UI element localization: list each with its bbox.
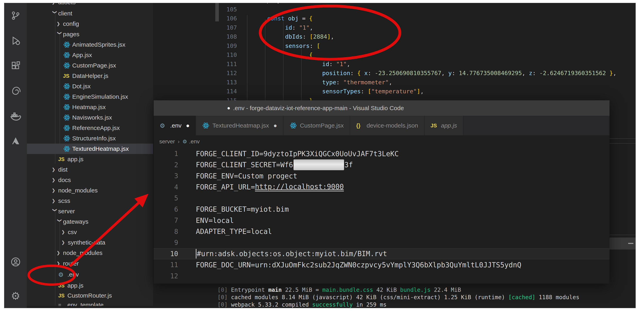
- unsaved-dot-icon: ●: [227, 105, 230, 111]
- line-number: 112: [221, 70, 237, 76]
- env-text: FORGE_DOC_URN=urn:dXJuOmFkc2sub2JqZWN0cz…: [196, 261, 522, 269]
- chevron-right-icon: ❯: [52, 188, 58, 193]
- sidebar-item-navisworks-jsx[interactable]: Navisworks.jsx: [27, 112, 153, 123]
- react-file-icon: [63, 41, 72, 48]
- breadcrumb-folder[interactable]: server: [159, 138, 175, 145]
- sidebar-item-datahelper-js[interactable]: JSDataHelper.js: [27, 71, 153, 81]
- run-debug-icon[interactable]: [4, 32, 27, 50]
- line-number: 6: [154, 205, 178, 213]
- docker-icon[interactable]: [4, 107, 27, 125]
- sidebar-item-structureinfo-jsx[interactable]: StructureInfo.jsx: [27, 133, 153, 144]
- popup-title-bar[interactable]: ● .env - forge-dataviz-iot-reference-app…: [154, 100, 610, 116]
- sidebar-item--env[interactable]: ⚙.env: [27, 269, 153, 280]
- tab-texturedheatmap-jsx[interactable]: TexturedHeatmap.jsx●: [196, 116, 284, 135]
- sidebar-item-customrouter-js[interactable]: JSCustomRouter.js: [27, 290, 153, 301]
- breadcrumb[interactable]: server › ⚙ .env: [154, 135, 610, 148]
- sidebar-item-referenceapp-jsx[interactable]: ReferenceApp.jsx: [27, 123, 153, 133]
- sidebar-item-app-js[interactable]: JSapp.js: [27, 154, 153, 164]
- gear-file-icon: ⚙: [58, 271, 68, 278]
- spiral-extension-icon[interactable]: [4, 82, 27, 100]
- item-label: StructureInfo.jsx: [72, 135, 116, 142]
- sidebar-item-synthetic-data[interactable]: ❯synthetic-data: [27, 237, 153, 248]
- sidebar-item-csv[interactable]: ❯csv: [27, 227, 153, 237]
- code-token: =: [298, 15, 309, 22]
- code-text: position: { x: -23.250690810355767, y: 1…: [322, 70, 616, 76]
- sidebar-item-node-modules[interactable]: ❯node_modules: [27, 248, 153, 258]
- localhost-link[interactable]: http://localhost:9000: [255, 183, 344, 191]
- code-token: timer: [322, 3, 340, 3]
- breadcrumb-file[interactable]: .env: [189, 138, 200, 145]
- line-number: 104: [221, 3, 237, 3]
- code-token: const: [267, 15, 284, 22]
- react-file-icon: [63, 114, 72, 121]
- env-line-3: 3FORGE_ENV=Custom progect: [154, 170, 610, 181]
- sidebar-item-gateways[interactable]: ❯gateways: [27, 216, 153, 227]
- sidebar-item-animatedsprites-jsx[interactable]: AnimatedSprites.jsx: [27, 39, 153, 50]
- code-token: #urn:adsk.objects:os.object:myiot.bim/BI…: [197, 250, 387, 258]
- code-token: {: [357, 70, 364, 76]
- item-label: router: [63, 260, 79, 267]
- panel-divider: [610, 235, 636, 235]
- sidebar-item-texturedheatmap-jsx[interactable]: TexturedHeatmap.jsx: [27, 144, 153, 154]
- item-label: CustomPage.jsx: [72, 62, 116, 69]
- env-line-9: 9: [154, 237, 610, 248]
- sidebar-item-enginesimulation-jsx[interactable]: EngineSimulation.jsx: [27, 92, 153, 102]
- sidebar-item-server[interactable]: ❯server: [27, 206, 153, 216]
- sidebar-item-app-js[interactable]: JSapp.js: [27, 280, 153, 291]
- line-number: 108: [221, 33, 237, 40]
- sidebar-item-heatmap-jsx[interactable]: Heatmap.jsx: [27, 102, 153, 112]
- code-token: x: [364, 70, 368, 76]
- code-token: FORGE_ENV=Custom progect: [196, 172, 297, 180]
- env-editor-popup-window: ● .env - forge-dataviz-iot-reference-app…: [154, 100, 610, 284]
- sidebar-item-env-template[interactable]: ≡env_template: [27, 300, 153, 306]
- env-text: FORGE_API_URL=http://localhost:9000: [196, 183, 344, 191]
- tab-label: .env: [170, 122, 182, 129]
- line-number: 2: [154, 161, 178, 169]
- extensions-icon[interactable]: [4, 57, 27, 75]
- chevron-right-icon: ❯: [56, 250, 63, 255]
- sidebar-item-docs[interactable]: ❯docs: [27, 175, 153, 185]
- sidebar-item-config[interactable]: ❯config: [27, 19, 153, 29]
- sidebar-item-router[interactable]: ❯router: [27, 258, 153, 269]
- sidebar-item-dot-jsx[interactable]: Dot.jsx: [27, 81, 153, 92]
- panel-divider: [610, 138, 636, 139]
- popup-title-text: .env - forge-dataviz-iot-reference-app-m…: [233, 105, 404, 112]
- env-text: ADAPTER_TYPE=local: [196, 227, 272, 236]
- code-token: id: [285, 24, 292, 31]
- sidebar-item-assets[interactable]: ❯assets: [27, 3, 153, 7]
- line-number: 1: [154, 150, 178, 157]
- code-token: 42 KiB: [373, 287, 400, 293]
- code-token: [cached]: [508, 294, 536, 301]
- item-label: Dot.jsx: [72, 83, 91, 90]
- settings-gear-icon[interactable]: ⚙: [4, 287, 27, 305]
- tab-custompage-jsx[interactable]: CustomPage.jsx: [284, 116, 350, 135]
- react-file-icon: [63, 104, 72, 111]
- unsaved-dot-icon[interactable]: ●: [274, 122, 277, 129]
- panel-handle-icon: [628, 243, 633, 244]
- sidebar-item-scss[interactable]: ❯scss: [27, 196, 153, 206]
- code-token: 1188 modules: [536, 294, 580, 301]
- tab-device-models-json[interactable]: {}device-models.json: [350, 116, 424, 135]
- tmpl-file-icon: ≡: [58, 302, 68, 306]
- tab--env[interactable]: ⚙.env●: [154, 116, 196, 135]
- sidebar-item-node-modules[interactable]: ❯node_modules: [27, 185, 153, 196]
- code-token: type: [322, 79, 336, 86]
- sidebar-item-client[interactable]: ❯client: [27, 8, 153, 19]
- tab-label: device-models.json: [366, 122, 418, 129]
- code-token: sensors: [285, 42, 310, 49]
- sidebar-item-app-jsx[interactable]: App.jsx: [27, 50, 153, 60]
- sidebar-item-custompage-jsx[interactable]: CustomPage.jsx: [27, 60, 153, 71]
- item-label: server: [58, 208, 75, 215]
- item-label: pages: [63, 31, 80, 38]
- sidebar-item-dist[interactable]: ❯dist: [27, 164, 153, 175]
- sidebar-item-pages[interactable]: ❯pages: [27, 29, 153, 39]
- azure-icon[interactable]: [4, 132, 27, 150]
- unsaved-dot-icon[interactable]: ●: [186, 122, 190, 129]
- item-label: env_template: [68, 302, 104, 306]
- env-file-editor[interactable]: 1FORGE_CLIENT_ID=9dyztoIpPK3XiQGCx0UoUvJ…: [154, 148, 610, 284]
- source-control-icon[interactable]: [4, 6, 27, 25]
- account-icon[interactable]: [4, 253, 27, 271]
- item-label: csv: [68, 229, 77, 236]
- code-token: {: [309, 15, 312, 22]
- tab-app-js[interactable]: JSapp.js: [424, 116, 464, 135]
